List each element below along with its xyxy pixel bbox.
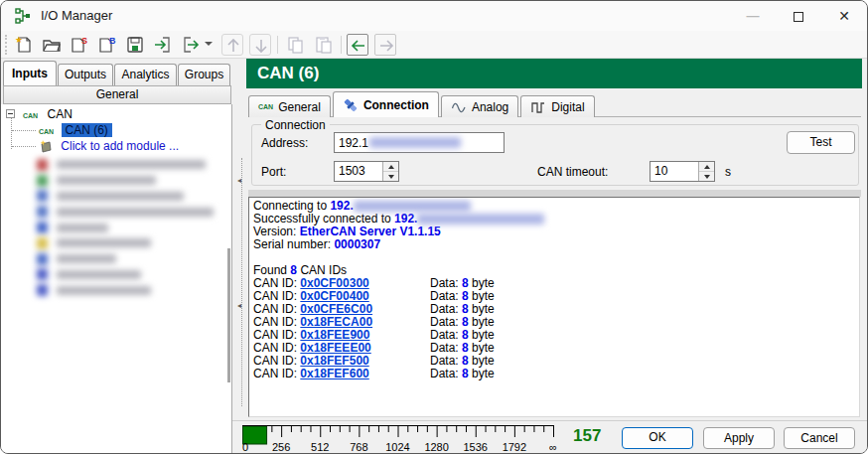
module-icon: [37, 222, 48, 233]
move-down-button[interactable]: [249, 34, 271, 56]
main-tab-strip: CAN General Connection Analog Digit: [248, 91, 597, 117]
can-logo-icon: CAN: [258, 103, 273, 110]
connection-group-title: Connection: [261, 118, 330, 132]
collapse-icon[interactable]: [6, 109, 15, 118]
svg-text:1280: 1280: [424, 441, 448, 453]
save-backup-button[interactable]: B: [96, 34, 118, 56]
can-module-icon: CAN: [23, 112, 38, 119]
can-id-link[interactable]: 0x18FEF500: [300, 354, 368, 368]
save-setup-button[interactable]: S: [69, 34, 90, 56]
tree-item-redacted[interactable]: [1, 204, 231, 220]
general-section-header[interactable]: General: [3, 85, 231, 104]
module-icon: [37, 253, 48, 265]
can-id-row: CAN ID: 0x18FEF600Data: 8 byte: [253, 368, 859, 380]
can-id-link[interactable]: 0x18FECA00: [300, 315, 372, 329]
tree-item-can-root[interactable]: CAN CAN: [1, 106, 231, 122]
splitter-grip: [241, 158, 242, 406]
svg-text:1024: 1024: [385, 441, 409, 453]
tab-analog[interactable]: Analog: [441, 95, 518, 117]
stepper-arrows[interactable]: [382, 162, 398, 181]
tab-outputs[interactable]: Outputs: [58, 64, 113, 85]
can-id-link[interactable]: 0x0CF00400: [300, 289, 368, 303]
svg-text:∞: ∞: [549, 441, 557, 453]
tree-item-redacted[interactable]: [1, 173, 231, 189]
redacted-ip: [417, 214, 544, 225]
redacted-address: [369, 137, 461, 148]
toolbar-grip[interactable]: [5, 35, 7, 55]
nav-back-button[interactable]: [347, 34, 368, 56]
can-timeout-stepper[interactable]: 10: [650, 161, 715, 182]
tree-item-redacted[interactable]: [1, 189, 231, 205]
stepper-arrows[interactable]: [698, 162, 714, 181]
current-value: 157: [573, 426, 609, 446]
svg-text:1536: 1536: [464, 441, 488, 453]
cancel-button[interactable]: Cancel: [784, 427, 855, 449]
module-tree: CAN CAN CAN CAN (6) Click to add module …: [1, 104, 232, 454]
tab-connection[interactable]: Connection: [333, 91, 439, 117]
selected-tree-label[interactable]: CAN (6): [62, 123, 112, 137]
timeout-unit-label: s: [725, 165, 731, 179]
move-up-button[interactable]: [221, 34, 243, 56]
tab-digital[interactable]: Digital: [520, 95, 594, 117]
tree-item-redacted[interactable]: [1, 282, 231, 298]
titlebar: I/O Manager — ✕: [1, 1, 867, 31]
tree-item-redacted[interactable]: [1, 235, 231, 251]
can-id-link[interactable]: 0x0CFE6C00: [300, 302, 372, 316]
tab-general[interactable]: CAN General: [248, 95, 331, 117]
tree-scrollbar-thumb[interactable]: [227, 248, 230, 382]
tree-item-redacted[interactable]: [1, 267, 231, 283]
horizontal-splitter[interactable]: [248, 190, 861, 197]
square-wave-icon: [530, 99, 546, 115]
app-icon: [15, 8, 31, 24]
apply-button[interactable]: Apply: [703, 427, 775, 449]
tab-inputs[interactable]: Inputs: [3, 61, 57, 85]
close-button[interactable]: ✕: [821, 1, 867, 31]
module-icon: [37, 206, 48, 218]
address-input[interactable]: 192.1: [334, 132, 505, 153]
can-timeout-label: CAN timeout:: [537, 165, 608, 179]
tab-analytics[interactable]: Analytics: [114, 64, 177, 85]
toolbar-separator: [341, 36, 342, 54]
tree-item-can6[interactable]: CAN CAN (6): [1, 122, 231, 138]
copy-button[interactable]: [285, 34, 307, 56]
tab-groups[interactable]: Groups: [178, 64, 230, 85]
tree-item-add-module[interactable]: Click to add module ...: [1, 138, 231, 154]
svg-text:512: 512: [311, 441, 329, 453]
module-icon: [37, 237, 48, 249]
can-id-link[interactable]: 0x18FEEE00: [300, 341, 370, 355]
ok-button[interactable]: OK: [622, 427, 693, 449]
splitter-collapse-icon[interactable]: ◂: [237, 301, 241, 310]
panel-splitter[interactable]: ◂ ◂: [235, 59, 248, 454]
export-button[interactable]: [180, 34, 202, 56]
tree-item-redacted[interactable]: [1, 157, 231, 173]
tree-redacted: [1, 157, 231, 298]
paste-button[interactable]: [313, 34, 335, 56]
tree-item-redacted[interactable]: [1, 251, 231, 267]
maximize-button[interactable]: [776, 1, 821, 31]
module-icon: [37, 284, 48, 296]
module-icon: [37, 159, 48, 171]
export-dropdown-caret[interactable]: [205, 42, 213, 46]
import-button[interactable]: [152, 34, 174, 56]
nav-forward-button[interactable]: [374, 34, 396, 56]
port-stepper[interactable]: 1503: [334, 161, 399, 182]
minimize-button[interactable]: —: [730, 1, 776, 31]
test-button[interactable]: Test: [787, 131, 855, 154]
svg-text:B: B: [109, 36, 116, 46]
save-button[interactable]: [124, 34, 146, 56]
svg-text:★: ★: [15, 35, 23, 45]
splitter-collapse-icon[interactable]: ◂: [237, 176, 241, 185]
new-file-button[interactable]: ★: [13, 34, 35, 56]
add-module-icon: [39, 139, 53, 153]
can-id-list: CAN ID: 0x0CF00300Data: 8 byteCAN ID: 0x…: [253, 277, 859, 380]
connector-icon: [343, 97, 359, 113]
can-id-link[interactable]: 0x0CF00300: [300, 276, 368, 290]
svg-text:768: 768: [350, 441, 367, 453]
tree-item-redacted[interactable]: [1, 220, 231, 235]
module-icon: [37, 190, 48, 202]
can-id-link[interactable]: 0x18FEF600: [300, 367, 368, 380]
open-folder-button[interactable]: [41, 34, 63, 56]
toolbar-separator: [277, 36, 278, 54]
can-id-link[interactable]: 0x18FEE900: [300, 328, 369, 342]
redacted-ip: [354, 201, 471, 212]
